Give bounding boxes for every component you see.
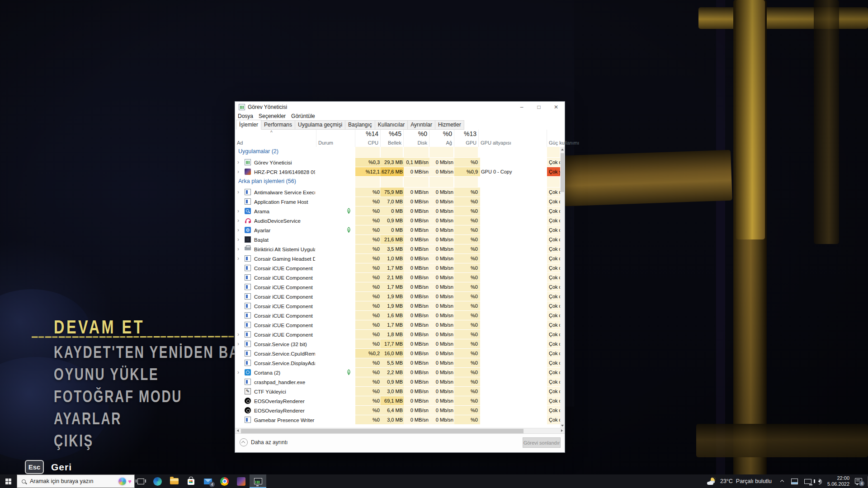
cell-power: Çok d xyxy=(547,320,560,329)
menu-item[interactable]: Dosya xyxy=(235,113,256,119)
process-row[interactable]: EOSOverlayRenderer%06,4 MB0 MB/sn0 Mb/sn… xyxy=(235,406,560,415)
scroll-right-icon[interactable] xyxy=(561,429,563,432)
process-group-row[interactable]: Uygulamalar (2) xyxy=(235,147,560,158)
expand-chevron-icon[interactable]: › xyxy=(237,208,239,214)
column-header-name[interactable]: ^ Ad xyxy=(235,130,316,147)
process-row[interactable]: Corsair iCUE Component%01,9 MB0 MB/sn0 M… xyxy=(235,301,560,311)
vertical-scrollbar[interactable] xyxy=(560,147,565,428)
expand-chevron-icon[interactable]: › xyxy=(237,236,239,243)
tray-app-button[interactable] xyxy=(791,479,798,484)
vertical-scroll-thumb[interactable] xyxy=(561,153,564,192)
minimize-button[interactable]: – xyxy=(513,102,530,113)
expand-chevron-icon[interactable]: › xyxy=(237,189,239,195)
cell-mem: 1,6 MB xyxy=(381,311,405,320)
scroll-up-icon[interactable] xyxy=(561,149,564,150)
process-row[interactable]: Corsair.Service.DisplayAdapter (...%05,5… xyxy=(235,358,560,368)
weather-widget[interactable]: 23°C Parçalı bulutlu xyxy=(707,477,772,485)
tab-uygulama geçmişi[interactable]: Uygulama geçmişi xyxy=(295,120,345,130)
process-row[interactable]: Corsair iCUE Component%01,7 MB0 MB/sn0 M… xyxy=(235,263,560,273)
microsoft-store-icon xyxy=(188,479,194,485)
start-button[interactable] xyxy=(0,474,17,488)
process-row[interactable]: Corsair iCUE Component%01,7 MB0 MB/sn0 M… xyxy=(235,282,560,292)
process-row[interactable]: ›Arama%00 MB0 MB/sn0 Mb/sn%0Çok d xyxy=(235,206,560,216)
process-row[interactable]: ›Başlat%021,6 MB0 MB/sn0 Mb/sn%0Çok d xyxy=(235,235,560,244)
column-header-gpu[interactable]: %13 GPU xyxy=(454,130,479,147)
task-view-button[interactable] xyxy=(132,474,149,488)
tab-i̇şlemler[interactable]: İşlemler xyxy=(236,120,261,130)
taskbar-search-box[interactable]: Aramak için buraya yazın ♥ xyxy=(17,474,135,488)
process-row[interactable]: EOSOverlayRenderer%069,1 MB0 MB/sn0 Mb/s… xyxy=(235,396,560,406)
volume-button[interactable] xyxy=(818,479,821,483)
process-group-row[interactable]: Arka plan işlemleri (56) xyxy=(235,177,560,188)
taskbar-task-manager-button[interactable] xyxy=(250,474,266,488)
column-header-status[interactable]: Durum xyxy=(316,130,355,147)
menu-item[interactable]: Görüntüle xyxy=(288,113,318,119)
hidden-icons-chevron[interactable] xyxy=(780,479,784,483)
suspended-leaf-icon xyxy=(346,227,351,234)
end-task-button[interactable]: Görevi sonlandır xyxy=(523,437,561,448)
taskbar-mail-button[interactable]: 4 xyxy=(199,474,216,488)
expand-chevron-icon[interactable]: › xyxy=(237,255,239,262)
title-bar[interactable]: Görev Yöneticisi – □ ✕ xyxy=(235,102,565,113)
column-header-power[interactable]: Güç kullanımı xyxy=(547,130,561,147)
expand-chevron-icon[interactable]: › xyxy=(237,159,239,165)
process-row[interactable]: Corsair iCUE Component%01,9 MB0 MB/sn0 M… xyxy=(235,292,560,301)
process-row[interactable]: Corsair iCUE Component%01,7 MB0 MB/sn0 M… xyxy=(235,320,560,330)
expand-chevron-icon[interactable]: › xyxy=(237,217,239,224)
column-header-memory[interactable]: %45 Bellek xyxy=(380,130,404,147)
process-row[interactable]: ›Görev Yöneticisi%0,329,3 MB0,1 MB/sn0 M… xyxy=(235,158,560,167)
process-row[interactable]: ›Biriktirici Alt Sistemi Uygulaması%03,5… xyxy=(235,244,560,254)
expand-chevron-icon[interactable]: › xyxy=(237,331,239,338)
column-header-disk[interactable]: %0 Disk xyxy=(403,130,429,147)
tab-performans[interactable]: Performans xyxy=(261,120,295,130)
cell-gpu: %0 xyxy=(454,368,480,377)
process-row[interactable]: ›AudioDeviceService%00,9 MB0 MB/sn0 Mb/s… xyxy=(235,216,560,225)
taskbar-edge-button[interactable] xyxy=(149,474,166,488)
tab-başlangıç[interactable]: Başlangıç xyxy=(345,120,375,130)
process-row[interactable]: Corsair iCUE Component%01,6 MB0 MB/sn0 M… xyxy=(235,311,560,320)
process-row[interactable]: ›Cortana (2)%02,2 MB0 MB/sn0 Mb/sn%0Çok … xyxy=(235,368,560,377)
process-row[interactable]: ›HRZ-PCR 149/6149828 09:57 - ...%12,13.6… xyxy=(235,167,560,177)
close-button[interactable]: ✕ xyxy=(547,102,565,113)
process-row[interactable]: ›Corsair iCUE Component%01,8 MB0 MB/sn0 … xyxy=(235,330,560,339)
expand-chevron-icon[interactable]: › xyxy=(237,169,239,175)
expand-chevron-icon[interactable]: › xyxy=(237,341,239,347)
process-row[interactable]: Corsair iCUE Component%02,1 MB0 MB/sn0 M… xyxy=(235,273,560,282)
process-row[interactable]: ›Corsair Gaming Headset Drivers%01,0 MB0… xyxy=(235,254,560,263)
process-row[interactable]: Corsair.Service.CpuIdRemote%0,216,0 MB0 … xyxy=(235,349,560,358)
column-header-gpu-engine[interactable]: GPU altyapısı xyxy=(478,130,547,147)
clock[interactable]: 22:00 5.06.2022 xyxy=(827,475,849,487)
expand-chevron-icon[interactable]: › xyxy=(237,246,239,252)
scroll-down-icon[interactable] xyxy=(561,425,564,427)
tab-ayrıntılar[interactable]: Ayrıntılar xyxy=(408,120,435,130)
expand-chevron-icon[interactable]: › xyxy=(237,369,239,375)
action-center-button[interactable]: 4 xyxy=(855,478,863,485)
process-row[interactable]: Gamebar Presence Writer%03,0 MB0 MB/sn0 … xyxy=(235,415,560,425)
scroll-left-icon[interactable] xyxy=(237,429,239,432)
cell-net: 0 Mb/sn xyxy=(429,406,456,415)
taskbar-file-explorer-button[interactable] xyxy=(166,474,183,488)
column-header-cpu[interactable]: %14 CPU xyxy=(355,130,381,147)
tab-hizmetler[interactable]: Hizmetler xyxy=(435,120,464,130)
taskbar-game-button[interactable] xyxy=(233,474,250,488)
less-details-button[interactable]: Daha az ayrıntı xyxy=(240,438,288,446)
taskbar-store-button[interactable] xyxy=(183,474,199,488)
cell-net: 0 Mb/sn xyxy=(429,244,456,253)
cell-cpu: %0 xyxy=(355,368,382,377)
network-button[interactable] xyxy=(804,479,811,484)
cell-disk: 0 MB/sn xyxy=(404,235,431,244)
maximize-button[interactable]: □ xyxy=(530,102,547,113)
process-row[interactable]: CTF Yükleyici%03,0 MB0 MB/sn0 Mb/sn%0Çok… xyxy=(235,387,560,396)
process-row[interactable]: ›Corsair.Service (32 bit)%017,7 MB0 MB/s… xyxy=(235,339,560,349)
horizontal-scroll-thumb[interactable] xyxy=(241,429,524,433)
process-row[interactable]: ›Ayarlar%00 MB0 MB/sn0 Mb/sn%0Çok d xyxy=(235,225,560,235)
process-row[interactable]: Application Frame Host%07,0 MB0 MB/sn0 M… xyxy=(235,197,560,206)
expand-chevron-icon[interactable]: › xyxy=(237,227,239,233)
cell-power: Çok d xyxy=(547,206,560,216)
process-row[interactable]: crashpad_handler.exe%00,9 MB0 MB/sn0 Mb/… xyxy=(235,377,560,387)
menu-item[interactable]: Seçenekler xyxy=(256,113,288,119)
column-header-network[interactable]: %0 Ağ xyxy=(429,130,454,147)
process-row[interactable]: ›Antimalware Service Executable%075,9 MB… xyxy=(235,188,560,197)
tab-kullanıcılar[interactable]: Kullanıcılar xyxy=(375,120,408,130)
taskbar-chrome-button[interactable] xyxy=(216,474,233,488)
